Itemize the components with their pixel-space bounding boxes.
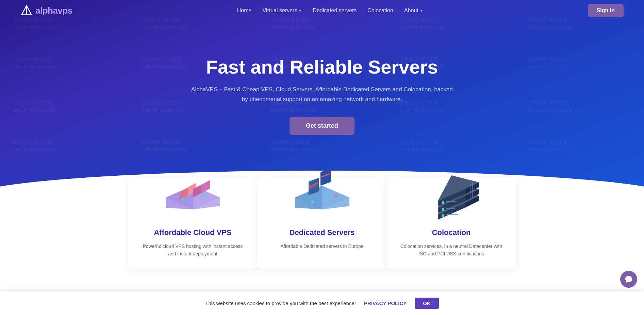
- svg-point-35: [442, 208, 444, 211]
- nav-about[interactable]: About ▼: [404, 7, 423, 14]
- nav-links: Home Virtual servers ▼ Dedicated servers…: [237, 7, 423, 14]
- cookie-ok-button[interactable]: OK: [415, 298, 439, 303]
- card-cloud-vps-desc: Powerful cloud VPS hosting with instant …: [139, 242, 247, 258]
- card-dedicated-desc: Affordable Dedicated servers in Europe: [268, 242, 376, 250]
- card-colocation-title: Colocation: [398, 228, 505, 237]
- card-colocation-desc: Colocation services, in a neutral Datace…: [398, 242, 505, 258]
- svg-rect-39: [446, 214, 458, 215]
- svg-rect-13: [185, 195, 188, 196]
- colocation-illustration: [414, 163, 489, 221]
- nav-colocation[interactable]: Colocation: [367, 7, 393, 14]
- nav-dedicated-servers[interactable]: Dedicated servers: [313, 7, 357, 14]
- svg-rect-38: [446, 208, 455, 209]
- hero-subtitle: AlphaVPS – Fast & Cheap VPS, Cloud Serve…: [189, 85, 455, 105]
- privacy-policy-link[interactable]: PRIVACY POLICY: [364, 300, 407, 303]
- cards-row: Affordable Cloud VPS Powerful cloud VPS …: [118, 177, 526, 269]
- logo-link[interactable]: alphavps: [20, 4, 72, 17]
- nav-home[interactable]: Home: [237, 7, 252, 14]
- dedicated-illustration: [285, 163, 360, 221]
- cookie-banner: This website uses cookies to provide you…: [0, 292, 644, 303]
- nav-virtual-servers[interactable]: Virtual servers ▼: [262, 7, 302, 14]
- navbar: alphavps Home Virtual servers ▼ Dedicate…: [0, 0, 644, 21]
- svg-marker-9: [201, 180, 210, 193]
- virtual-servers-dropdown-icon: ▼: [298, 9, 302, 13]
- card-cloud-vps-title: Affordable Cloud VPS: [139, 228, 247, 237]
- svg-point-24: [334, 194, 337, 197]
- svg-point-11: [181, 198, 184, 201]
- svg-point-12: [201, 193, 205, 197]
- signin-button[interactable]: Sign In: [588, 4, 624, 17]
- card-colocation: Colocation Colocation services, in a neu…: [387, 177, 516, 269]
- card-cloud-vps: Affordable Cloud VPS Powerful cloud VPS …: [128, 177, 258, 269]
- about-dropdown-icon: ▼: [420, 9, 423, 13]
- cookie-message: This website uses cookies to provide you…: [205, 300, 356, 303]
- logo-text: alphavps: [35, 5, 72, 16]
- svg-point-23: [326, 197, 329, 200]
- hero-title: Fast and Reliable Servers: [206, 56, 438, 78]
- card-dedicated-title: Dedicated Servers: [268, 228, 376, 237]
- cloud-vps-illustration: [155, 163, 230, 221]
- svg-point-22: [311, 200, 314, 204]
- chat-bubble[interactable]: [620, 271, 637, 288]
- card-dedicated: Dedicated Servers Affordable Dedicated s…: [258, 177, 387, 269]
- svg-point-34: [442, 201, 444, 204]
- svg-rect-37: [446, 201, 457, 202]
- logo-icon: [20, 4, 33, 17]
- chat-icon: [625, 275, 633, 283]
- svg-point-36: [442, 214, 444, 217]
- get-started-button[interactable]: Get started: [290, 117, 354, 135]
- cards-section: Affordable Cloud VPS Powerful cloud VPS …: [0, 198, 644, 303]
